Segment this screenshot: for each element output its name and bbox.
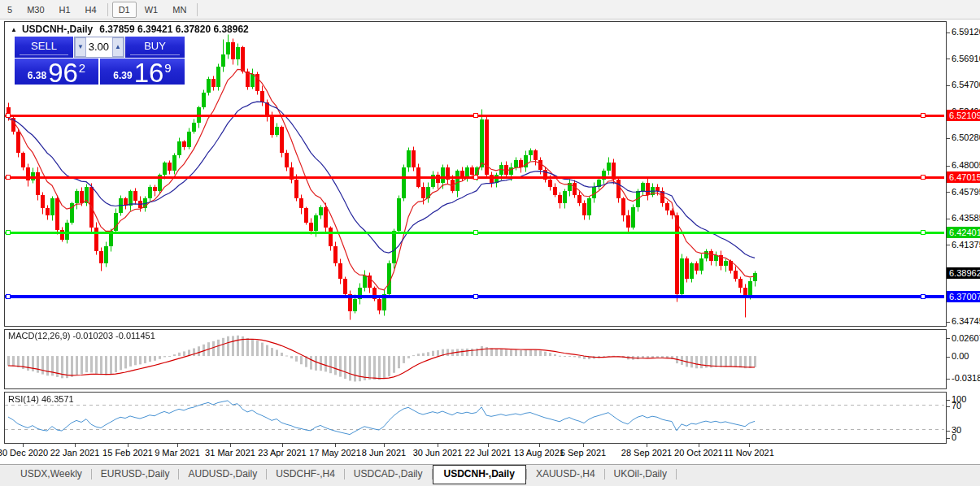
sell-price-big-digits: 96 <box>48 61 78 85</box>
timeframe-button-w1[interactable]: W1 <box>138 2 165 18</box>
date-axis-label: 11 Nov 2021 <box>724 448 774 458</box>
date-axis-tick-mark <box>539 444 540 447</box>
timeframe-button-5[interactable]: 5 <box>1 2 19 18</box>
date-axis-label: 31 Mar 2021 <box>205 448 255 458</box>
buy-price-display[interactable]: 6.39 16 9 <box>100 59 185 85</box>
volume-input[interactable]: 3.00 <box>87 37 111 57</box>
timeframe-button-mn[interactable]: MN <box>166 2 193 18</box>
sell-price-superscript: 2 <box>79 61 85 75</box>
date-axis-label: 30 Dec 2020 <box>0 448 48 458</box>
rsi-chart-canvas[interactable] <box>5 393 944 441</box>
chart-tab-audusd-daily[interactable]: AUDUSD-,Daily <box>179 466 266 483</box>
date-axis-tick-mark <box>384 444 385 447</box>
date-axis-tick-mark <box>438 444 438 447</box>
date-axis-label: 8 Jun 2021 <box>362 448 406 458</box>
volume-box: ▼ 3.00 ▲ <box>74 37 124 58</box>
timeframe-button-d1[interactable]: D1 <box>112 2 137 18</box>
date-axis-label: 9 Mar 2021 <box>155 448 200 458</box>
sell-price-prefix: 6.38 <box>28 70 46 81</box>
date-axis-label: 20 Oct 2021 <box>674 448 723 458</box>
chart-tab-usdcad-daily[interactable]: USDCAD-,Daily <box>345 466 432 483</box>
timeframe-button-m30[interactable]: M30 <box>20 2 50 18</box>
buy-price-big-digits: 16 <box>134 61 164 85</box>
date-axis-label: 28 Sep 2021 <box>621 448 672 458</box>
volume-increase-button[interactable]: ▲ <box>112 37 124 57</box>
price-axis-tick: 6.50280 <box>947 132 980 142</box>
macd-axis-tick: 0.00 <box>947 351 969 361</box>
buy-button-label: BUY <box>144 40 166 52</box>
volume-decrease-button[interactable]: ▼ <box>75 37 86 57</box>
one-click-trade-panel: SELL ▼ 3.00 ▲ BUY 6.38 96 2 6.39 16 9 <box>15 37 185 85</box>
buy-button[interactable]: BUY <box>125 37 185 58</box>
date-axis-label: 23 Apr 2021 <box>258 448 306 458</box>
date-axis-tick-mark <box>230 444 231 447</box>
toolbar-separator <box>197 3 198 16</box>
chart-symbol-title: USDCNH-,Daily <box>22 24 93 35</box>
sell-button[interactable]: SELL <box>15 37 73 58</box>
date-axis-tick-mark <box>699 444 699 447</box>
date-axis-tick-mark <box>583 444 584 447</box>
price-axis-tick: 6.54700 <box>947 80 980 89</box>
price-axis-tick: 6.34745 <box>947 316 980 326</box>
date-axis-tick-mark <box>647 444 647 447</box>
sell-button-underline <box>20 54 68 55</box>
level-price-label: 6.42401 <box>947 227 980 238</box>
trade-panel-toggle-icon[interactable]: ▲ <box>11 26 17 33</box>
current-price-label: 6.38962 <box>947 267 980 279</box>
chart-tab-eurusd-daily[interactable]: EURUSD-,Daily <box>92 466 179 483</box>
chart-tab-usdx-weekly[interactable]: USDX,Weekly <box>11 466 91 483</box>
date-axis-label: 22 Jan 2021 <box>50 448 100 458</box>
chart-tab-usdchf-h4[interactable]: USDCHF-,H4 <box>267 466 344 483</box>
date-axis-tick-mark <box>177 444 178 447</box>
tab-separator <box>676 469 677 479</box>
date-axis-tick-mark <box>335 444 336 447</box>
macd-indicator-label: MACD(12,26,9) -0.010203 -0.011451 <box>8 331 155 341</box>
chart-header: ▲ USDCNH-,Daily 6.37859 6.39421 6.37820 … <box>11 24 249 35</box>
price-axis-tick: 6.59120 <box>947 27 980 37</box>
level-price-label: 6.47015 <box>947 171 980 183</box>
price-axis-tick: 6.41375 <box>947 240 980 250</box>
macd-axis-tick: 0.02607 <box>947 333 980 343</box>
date-axis-label: 17 May 2021 <box>309 448 361 458</box>
rsi-indicator-label: RSI(14) 46.3571 <box>8 394 74 404</box>
sell-price-display[interactable]: 6.38 96 2 <box>15 59 98 85</box>
date-axis-tick-mark <box>75 444 76 447</box>
chart-ohlc-values: 6.37859 6.39421 6.37820 6.38962 <box>99 24 249 35</box>
sell-button-label: SELL <box>31 40 57 52</box>
date-axis-tick-mark <box>282 444 283 447</box>
terminal-window: 5M30H1H4D1W1MN ▲ USDCNH-,Daily 6.37859 6… <box>0 0 980 486</box>
date-axis-tick-mark <box>23 444 24 447</box>
price-axis-tick: 6.48005 <box>947 160 980 170</box>
rsi-axis-tick: 70 <box>947 401 961 410</box>
price-axis-tick: 6.56910 <box>947 54 980 63</box>
date-axis-label: 15 Feb 2021 <box>102 448 153 458</box>
level-price-label: 6.37007 <box>947 291 980 302</box>
date-axis-label: 6 Sep 2021 <box>560 448 606 458</box>
timeframe-toolbar: 5M30H1H4D1W1MN <box>0 0 980 20</box>
buy-price-prefix: 6.39 <box>113 70 132 81</box>
chart-tab-usdcnh-daily[interactable]: USDCNH-,Daily <box>433 465 526 484</box>
price-axis-tick: 6.45795 <box>947 187 980 197</box>
toolbar-separator <box>107 3 108 16</box>
timeframe-button-h1[interactable]: H1 <box>53 2 77 18</box>
date-axis-label: 22 Jul 2021 <box>465 448 512 458</box>
macd-axis-tick: -0.03187 <box>947 373 980 383</box>
date-axis-tick-mark <box>488 444 489 447</box>
chart-tab-ukoil-daily[interactable]: UKOil-,Daily <box>605 466 676 483</box>
chart-tab-xauusd-h4[interactable]: XAUUSD-,H4 <box>527 466 604 483</box>
date-axis-label: 13 Aug 2021 <box>514 448 564 458</box>
buy-price-superscript: 9 <box>164 61 171 75</box>
rsi-axis-tick: 0 <box>947 432 956 442</box>
timeframe-button-h4[interactable]: H4 <box>79 2 103 18</box>
rsi-pane <box>4 392 947 444</box>
level-price-label: 6.52109 <box>947 110 980 121</box>
date-axis-label: 30 Jun 2021 <box>413 448 463 458</box>
buy-button-underline <box>130 54 180 55</box>
date-axis-tick-mark <box>128 444 128 447</box>
date-axis-tick-mark <box>749 444 750 447</box>
price-axis-tick: 6.43585 <box>947 213 980 223</box>
chart-tab-bar: USDX,WeeklyEURUSD-,DailyAUDUSD-,DailyUSD… <box>0 464 980 486</box>
